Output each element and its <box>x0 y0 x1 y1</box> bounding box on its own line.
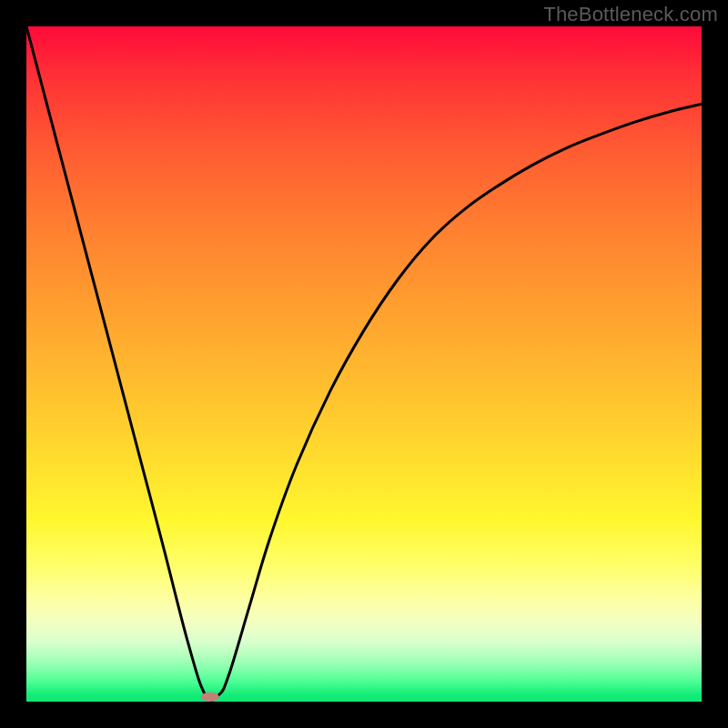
curve-layer <box>26 26 702 702</box>
chart-frame: TheBottleneck.com <box>0 0 728 728</box>
watermark-text: TheBottleneck.com <box>543 3 718 26</box>
minimum-marker <box>201 693 219 702</box>
bottleneck-curve <box>26 26 702 700</box>
plot-area <box>26 26 702 702</box>
